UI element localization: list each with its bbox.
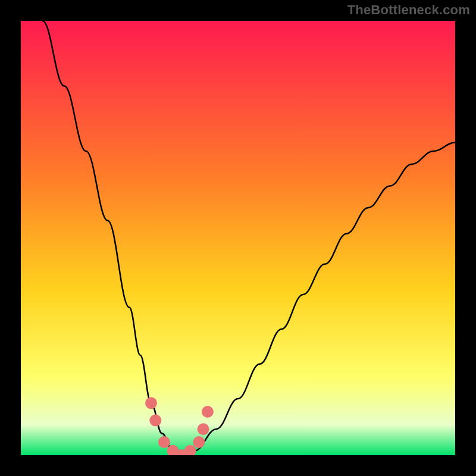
marker-point bbox=[145, 397, 157, 409]
plot-area bbox=[21, 21, 455, 455]
marker-point bbox=[202, 406, 214, 418]
marker-point bbox=[198, 423, 209, 435]
marker-point bbox=[149, 415, 161, 427]
marker-point bbox=[158, 436, 170, 448]
gradient-background bbox=[21, 21, 455, 455]
chart-svg bbox=[21, 21, 455, 455]
chart-frame: TheBottleneck.com bbox=[0, 0, 476, 476]
attribution-label: TheBottleneck.com bbox=[347, 2, 470, 18]
marker-point bbox=[193, 436, 205, 448]
